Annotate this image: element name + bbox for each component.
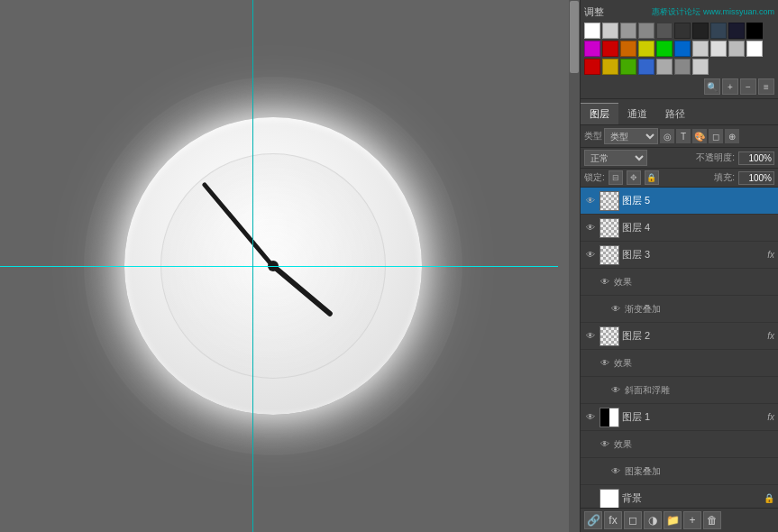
swatch-blue[interactable] <box>674 41 691 57</box>
swatch-golden[interactable] <box>602 59 618 75</box>
filter-icon-4[interactable]: ◻ <box>709 129 723 143</box>
layer-name-5: 图层 5 <box>622 194 774 207</box>
lock-position-btn[interactable]: ✥ <box>627 170 641 185</box>
lock-label: 锁定: <box>584 171 605 184</box>
delete-layer-btn[interactable]: 🗑 <box>703 511 721 529</box>
canvas-area <box>0 0 580 532</box>
guide-horizontal <box>0 266 558 267</box>
swatches-watermark: 惠桥设计论坛 www.missyuan.com <box>652 6 774 18</box>
layer-1-effect-eye[interactable]: 👁 <box>599 438 611 451</box>
layer-name-4: 图层 4 <box>622 221 774 234</box>
layer-bg-eye[interactable]: 👁 <box>584 492 597 505</box>
tab-paths[interactable]: 路径 <box>656 103 694 124</box>
canvas-scrollbar[interactable] <box>569 0 580 532</box>
swatch-yellow[interactable] <box>638 41 654 57</box>
guide-vertical <box>252 0 253 532</box>
swatch-gray[interactable] <box>638 23 654 39</box>
swatch-red-2[interactable] <box>584 59 600 75</box>
layer-thumb-2 <box>600 326 619 346</box>
tab-layers[interactable]: 图层 <box>581 103 618 124</box>
link-layers-btn[interactable]: 🔗 <box>584 511 602 529</box>
lock-row: 锁定: ⊟ ✥ 🔒 填充: 100% <box>581 169 778 188</box>
add-layer-btn[interactable]: + <box>683 511 701 529</box>
layer-fx-2: fx <box>767 331 774 341</box>
swatch-light-gray[interactable] <box>602 23 618 39</box>
swatches-toolbar: 🔍 + − ≡ <box>584 78 774 95</box>
swatch-search-icon[interactable]: 🔍 <box>704 78 720 95</box>
swatch-dark-green[interactable] <box>620 59 636 75</box>
swatch-magenta[interactable] <box>584 41 600 57</box>
swatch-silver[interactable] <box>656 59 673 75</box>
layer-1-effects-group[interactable]: 👁 效果 <box>581 431 778 458</box>
swatch-orange[interactable] <box>620 41 636 57</box>
swatch-row-1 <box>584 23 774 39</box>
canvas-scrollbar-thumb[interactable] <box>570 1 579 73</box>
swatch-near-black[interactable] <box>692 23 709 39</box>
layer-fx-3: fx <box>767 250 774 260</box>
layer-3-gradient[interactable]: 👁 渐变叠加 <box>581 296 778 323</box>
lock-pixels-btn[interactable]: ⊟ <box>609 170 623 185</box>
filter-icon-3[interactable]: 🎨 <box>692 129 707 143</box>
swatch-dark-blue[interactable] <box>710 23 727 39</box>
layer-2-bevel-eye[interactable]: 👁 <box>609 384 622 397</box>
swatch-light-gray-2[interactable] <box>692 41 709 57</box>
layer-item-1[interactable]: 👁 图层 1 fx <box>581 404 778 431</box>
layer-1-pattern-eye[interactable]: 👁 <box>609 465 622 478</box>
filter-icon-1[interactable]: ◎ <box>660 129 674 143</box>
layer-background[interactable]: 👁 背景 🔒 <box>581 485 778 508</box>
layer-item-3[interactable]: 👁 图层 3 fx <box>581 242 778 269</box>
filter-select[interactable]: 类型 名称 效果 <box>604 128 658 144</box>
layer-item-2[interactable]: 👁 图层 2 fx <box>581 323 778 350</box>
lock-icon: 🔒 <box>764 493 774 503</box>
layer-eye-5[interactable]: 👁 <box>584 195 597 207</box>
layer-1-pattern-label: 图案叠加 <box>625 465 661 478</box>
add-style-btn[interactable]: fx <box>604 511 622 529</box>
layer-3-effect-eye[interactable]: 👁 <box>599 276 611 289</box>
swatch-red[interactable] <box>602 41 618 57</box>
filter-icon-5[interactable]: ⊕ <box>725 129 739 143</box>
layer-item-5[interactable]: 👁 图层 5 <box>581 188 778 215</box>
swatch-light-gray-4[interactable] <box>692 59 709 75</box>
swatch-dark-gray[interactable] <box>656 23 673 39</box>
swatch-row-3 <box>584 59 774 75</box>
layer-eye-4[interactable]: 👁 <box>584 222 597 234</box>
lock-all-btn[interactable]: 🔒 <box>645 170 659 185</box>
layer-2-bevel[interactable]: 👁 斜面和浮雕 <box>581 377 778 404</box>
swatch-green[interactable] <box>656 41 673 57</box>
swatch-med-gray[interactable] <box>728 41 745 57</box>
layer-item-4[interactable]: 👁 图层 4 <box>581 215 778 242</box>
add-group-btn[interactable]: 📁 <box>664 511 682 529</box>
swatch-black[interactable] <box>746 23 763 39</box>
layer-2-effect-eye[interactable]: 👁 <box>599 357 611 370</box>
swatch-white-2[interactable] <box>746 41 763 57</box>
layer-3-gradient-eye[interactable]: 👁 <box>609 303 622 316</box>
layer-1-effect-label: 效果 <box>614 438 632 451</box>
layer-eye-1[interactable]: 👁 <box>584 411 597 424</box>
add-mask-btn[interactable]: ◻ <box>624 511 642 529</box>
add-adjustment-btn[interactable]: ◑ <box>644 511 662 529</box>
swatch-remove-icon[interactable]: − <box>740 78 756 95</box>
layer-eye-2[interactable]: 👁 <box>584 330 597 343</box>
layer-2-effects-group[interactable]: 👁 效果 <box>581 350 778 377</box>
swatch-menu-icon[interactable]: ≡ <box>758 78 774 95</box>
canvas-inner <box>0 0 569 532</box>
fill-value: 100% <box>738 171 774 185</box>
swatch-add-icon[interactable]: + <box>722 78 738 95</box>
layer-3-effects-group[interactable]: 👁 效果 <box>581 269 778 296</box>
swatches-title: 调整 <box>584 5 604 19</box>
swatch-mid-blue[interactable] <box>638 59 654 75</box>
filter-icon-2[interactable]: T <box>676 129 691 143</box>
fill-label: 填充: <box>714 171 735 184</box>
layer-bg-thumb <box>600 489 619 509</box>
layer-1-pattern[interactable]: 👁 图案叠加 <box>581 458 778 485</box>
swatch-gray-3[interactable] <box>674 59 691 75</box>
blend-mode-select[interactable]: 正常 溶解 <box>584 150 647 166</box>
swatch-very-dark[interactable] <box>674 23 691 39</box>
swatch-lighter-gray[interactable] <box>710 41 727 57</box>
swatch-white[interactable] <box>584 23 600 39</box>
hour-hand <box>271 264 334 317</box>
swatch-navy[interactable] <box>728 23 745 39</box>
swatch-mid-gray[interactable] <box>620 23 636 39</box>
tab-channels[interactable]: 通道 <box>618 103 656 124</box>
layer-eye-3[interactable]: 👁 <box>584 249 597 261</box>
